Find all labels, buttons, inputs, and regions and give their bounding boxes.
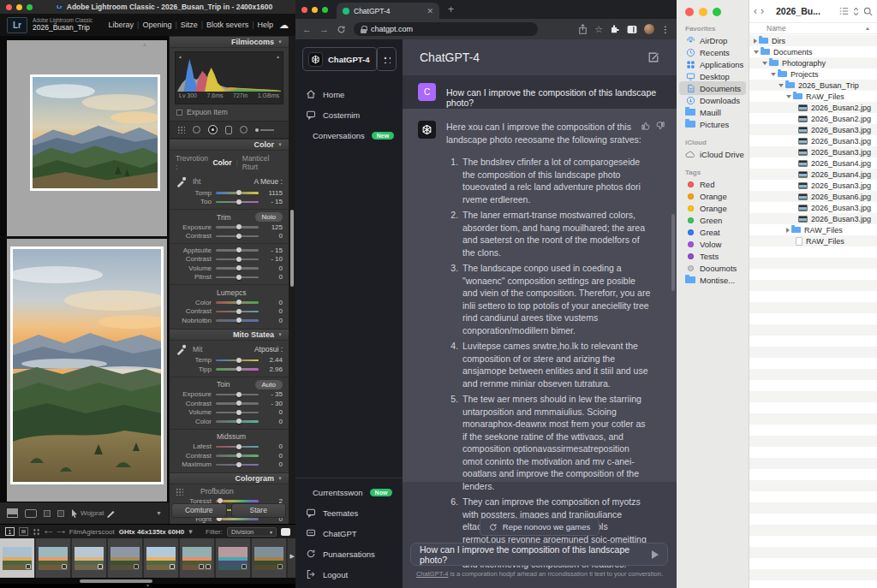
- slider-track[interactable]: [216, 464, 259, 466]
- next-photo-icon[interactable]: ⤍: [57, 527, 64, 537]
- grid-icon[interactable]: [33, 528, 40, 536]
- forward-icon[interactable]: →: [319, 24, 329, 34]
- slider-track[interactable]: [216, 319, 259, 322]
- radial-tool-icon[interactable]: [240, 126, 248, 134]
- tag-green[interactable]: Green: [677, 214, 749, 226]
- sidebar-item-punaersations[interactable]: Punaersations: [295, 543, 403, 564]
- sort-direction-icon[interactable]: ▲: [865, 26, 870, 31]
- chevron-down-icon[interactable]: [786, 95, 791, 98]
- chevron-down-icon[interactable]: [754, 50, 759, 54]
- filmstrip-thumb[interactable]: [252, 538, 288, 578]
- eyedropper-icon[interactable]: [176, 175, 188, 187]
- browser-tab[interactable]: ChatGPT-4 ✕: [337, 3, 439, 19]
- minimize-button[interactable]: [312, 7, 318, 13]
- sidebar-grid-button[interactable]: [376, 47, 397, 71]
- brush-tool-icon[interactable]: [255, 128, 274, 132]
- sidebar-item-home[interactable]: Home: [295, 84, 403, 104]
- histogram-checkbox-row[interactable]: Expuon Item: [170, 104, 289, 119]
- filmstrip-thumb[interactable]: [36, 538, 72, 578]
- file-row[interactable]: 2026_Busan3.jpg: [749, 213, 877, 224]
- sidebar-item-pictures[interactable]: Pictures: [677, 118, 749, 130]
- slider-track[interactable]: [216, 412, 259, 414]
- tone-auto-button[interactable]: Noio: [255, 212, 283, 222]
- footer-link[interactable]: ChatGPT-4: [416, 570, 449, 578]
- filmstrip-thumb[interactable]: [72, 538, 108, 578]
- back-icon[interactable]: ←: [302, 24, 312, 34]
- slider-track[interactable]: [216, 276, 259, 279]
- chevron-right-icon[interactable]: [786, 228, 790, 233]
- module-library[interactable]: Liberay: [109, 21, 134, 29]
- checkbox-icon[interactable]: [176, 110, 182, 116]
- redeye-tool-icon[interactable]: [208, 125, 218, 134]
- file-row[interactable]: 2026_Busan3.jpg: [749, 124, 877, 135]
- slider-track[interactable]: [216, 301, 259, 304]
- treatment-color[interactable]: Color: [212, 158, 231, 167]
- minimize-button[interactable]: [16, 4, 22, 10]
- list-view-icon[interactable]: [839, 7, 849, 15]
- filmstrip-collapse-icon[interactable]: ▼: [0, 584, 295, 588]
- filmstrip-thumb[interactable]: [180, 538, 216, 578]
- histogram[interactable]: ▲ ▲ Lv 300 7.6ms 727in 1.GBms: [175, 51, 283, 104]
- compose-icon[interactable]: [647, 51, 659, 63]
- slider-track[interactable]: [216, 359, 259, 362]
- info-caret-icon[interactable]: ▾: [188, 527, 193, 536]
- file-row[interactable]: 2026_Busan3.jpg: [749, 146, 877, 157]
- file-row[interactable]: 2026_Busan2.jpg: [749, 113, 877, 124]
- file-row-busan-trip[interactable]: 2026_Busan_Trip: [749, 80, 877, 91]
- filter-lock-icon[interactable]: [281, 528, 290, 536]
- slider-track[interactable]: [216, 249, 259, 252]
- bookmark-star-icon[interactable]: ☆: [594, 24, 603, 35]
- previous-photo-icon[interactable]: ⤌: [45, 527, 52, 537]
- second-window-button[interactable]: [19, 527, 28, 536]
- chevron-down-icon[interactable]: [779, 84, 784, 87]
- thumbs-up-icon[interactable]: [641, 122, 650, 130]
- cloud-sync-icon[interactable]: ☁: [279, 20, 289, 31]
- slider-track[interactable]: [216, 258, 259, 261]
- slider-track[interactable]: [216, 446, 259, 448]
- send-icon[interactable]: [652, 550, 659, 559]
- slider-track[interactable]: [216, 226, 259, 229]
- regenerate-button[interactable]: Repe nonovo we games: [480, 518, 600, 536]
- sidebar-item-documents[interactable]: Documents: [677, 82, 749, 94]
- file-row-documents[interactable]: Documents: [749, 46, 877, 57]
- sidebar-item-icloud-drive[interactable]: iCloud Drive: [677, 148, 749, 160]
- sidebar-item-downloads[interactable]: Downloads: [677, 94, 749, 106]
- address-bar[interactable]: chatgpt.com: [354, 22, 538, 36]
- browser-menu-icon[interactable]: ⋮: [661, 25, 670, 34]
- tag-tests[interactable]: Tests: [677, 250, 749, 262]
- slider-track[interactable]: [216, 235, 259, 238]
- sidebar-item-teemates[interactable]: Teemates: [295, 502, 403, 523]
- slider-track[interactable]: [216, 420, 259, 423]
- treatment-bw[interactable]: Manticel Rturt: [242, 154, 283, 171]
- survey-view-icon[interactable]: [57, 510, 64, 517]
- tag-orange[interactable]: Orange: [677, 190, 749, 202]
- search-icon[interactable]: [863, 7, 873, 16]
- file-row[interactable]: 2026_Busan4.jpg: [749, 169, 877, 180]
- zoom-button[interactable]: [322, 7, 328, 13]
- slider-track[interactable]: [216, 368, 259, 371]
- forward-icon[interactable]: ›: [761, 5, 764, 17]
- split-preset-dropdown[interactable]: Atposui :: [254, 345, 283, 353]
- module-opening[interactable]: Opening: [134, 21, 171, 29]
- sidebar-item-applications[interactable]: Applications: [677, 58, 749, 70]
- histogram-panel-header[interactable]: Filmiocoms▼: [170, 36, 289, 48]
- toin-auto-button[interactable]: Auto: [255, 380, 283, 389]
- sort-icon[interactable]: [852, 7, 860, 16]
- file-row[interactable]: 2026_Busan3.jpg: [749, 202, 877, 213]
- photo-cell-1[interactable]: ▲: [7, 40, 167, 236]
- tag-red[interactable]: Red: [677, 178, 749, 190]
- module-blotk[interactable]: Blotk severs: [198, 21, 248, 29]
- filmstrip-thumb[interactable]: [108, 538, 144, 578]
- new-tab-button[interactable]: +: [448, 3, 454, 15]
- reset-button[interactable]: Stare: [231, 503, 287, 518]
- sidebar-item-airdrop[interactable]: AirDrop: [677, 34, 749, 46]
- close-button[interactable]: [685, 8, 694, 16]
- sidebar-item-currentsswon[interactable]: Currentsswon Now: [295, 482, 403, 502]
- file-row-photography[interactable]: Photography: [749, 57, 877, 68]
- filter-dropdown[interactable]: Division▾: [227, 527, 277, 537]
- tag-volow[interactable]: Volow: [677, 238, 749, 250]
- toolbar-dropdown-icon[interactable]: ▼: [156, 510, 162, 516]
- share-icon[interactable]: [578, 24, 588, 34]
- file-row[interactable]: 2026_Busan3.jpg: [749, 135, 877, 146]
- profile-icon[interactable]: [176, 488, 183, 496]
